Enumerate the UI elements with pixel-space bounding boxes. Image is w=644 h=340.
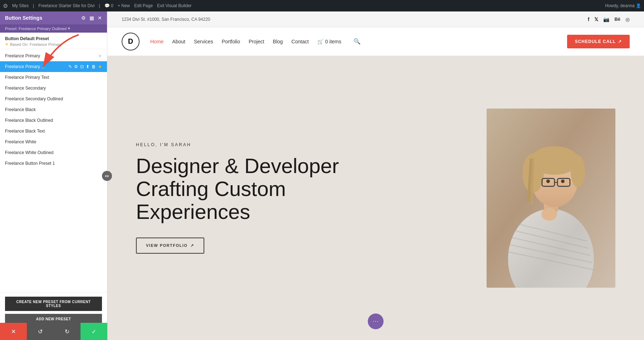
hero-section: HELLO, I'M SARAH Designer & Developer Cr… (107, 56, 644, 340)
drag-handle[interactable]: ⇔ (102, 171, 112, 181)
twitter-x-icon[interactable]: 𝕏 (594, 16, 598, 22)
panel-body: Button Default Preset ★ Based On: Freela… (0, 33, 107, 292)
nav-item-portfolio[interactable]: Portfolio (222, 39, 240, 44)
site-topbar: 1234 Divi St. #1000, San Francisco, CA 9… (107, 11, 644, 27)
panel-header: Button Settings ⚙ ▦ ✕ (0, 11, 107, 24)
preset-item[interactable]: Freelance Primary Text (0, 72, 107, 83)
hero-text: HELLO, I'M SARAH Designer & Developer Cr… (136, 142, 351, 253)
behance-icon[interactable]: Bē (614, 16, 620, 22)
schedule-call-button[interactable]: SCHEDULE CALL ↗ (567, 35, 630, 48)
site-logo: D (122, 33, 140, 51)
panel-settings-icon[interactable]: ⚙ (81, 15, 86, 21)
preset-list: Freelance Primary ★ Freelance Primary ..… (0, 49, 107, 170)
my-sites-link[interactable]: My Sites (12, 3, 29, 8)
comments-icon[interactable]: 💬 0 (104, 3, 113, 8)
preset-item-name: Freelance Primary ... (5, 64, 68, 69)
howdy-text: Howdy, deanna 👤 (605, 3, 641, 8)
preset-item[interactable]: Freelance Black (0, 104, 107, 115)
floating-dots-button[interactable]: ··· (368, 313, 384, 329)
schedule-call-label: SCHEDULE CALL (575, 39, 616, 44)
site-navbar: D Home About Services Portfolio Project … (107, 27, 644, 56)
preset-item-name: Freelance White Outlined (5, 150, 102, 155)
star-filled-icon[interactable]: ★ (98, 64, 102, 69)
new-link[interactable]: + New (118, 3, 130, 8)
preset-item[interactable]: Freelance Button Preset 1 (0, 158, 107, 169)
preset-item-name: Freelance Secondary (5, 86, 102, 91)
save-button[interactable]: ✓ (80, 323, 107, 340)
preset-label-text: Preset: Freelance Primary Outlined (5, 27, 67, 31)
preset-star-icon[interactable]: ★ (98, 53, 102, 58)
preset-item[interactable]: Freelance Secondary Outlined (0, 94, 107, 104)
panel-grid-icon[interactable]: ▦ (89, 15, 94, 21)
default-preset-sub: ★ Based On: Freelance Primary (5, 42, 102, 47)
preset-item-name: Freelance Black (5, 107, 102, 112)
nav-cart[interactable]: 🛒 0 items (317, 39, 341, 44)
bottom-toolbar: ✕ ↺ ↻ ✓ (0, 323, 107, 340)
preset-item-name: Freelance Black Text (5, 129, 102, 134)
copy-icon[interactable]: ⊡ (80, 64, 84, 69)
person-svg (487, 109, 615, 288)
star-icon: ★ (5, 42, 9, 47)
delete-icon[interactable]: 🗑 (92, 64, 96, 69)
preset-item[interactable]: Freelance Black Text (0, 126, 107, 137)
cancel-button[interactable]: ✕ (0, 323, 27, 340)
nav-item-home[interactable]: Home (150, 39, 164, 44)
nav-item-services[interactable]: Services (194, 39, 213, 44)
admin-bar: ⚙ My Sites | Freelance Starter Site for … (0, 0, 644, 11)
admin-bar-sep2: | (99, 3, 100, 8)
dribbble-icon[interactable]: ◎ (625, 16, 630, 22)
schedule-call-arrow-icon: ↗ (618, 39, 622, 44)
default-preset-section: Button Default Preset ★ Based On: Freela… (0, 33, 107, 49)
view-portfolio-button[interactable]: VIEW PORTFOLIO ↗ (136, 238, 204, 254)
admin-bar-sep: | (33, 3, 34, 8)
person-photo (487, 109, 615, 288)
preset-item-name: Freelance Button Preset 1 (5, 161, 102, 166)
instagram-icon[interactable]: 📷 (603, 16, 609, 22)
facebook-icon[interactable]: f (588, 16, 590, 22)
cart-count: 0 items (325, 39, 341, 44)
svg-point-17 (541, 208, 557, 221)
nav-item-blog[interactable]: Blog (273, 39, 283, 44)
svg-point-13 (571, 155, 585, 187)
preset-dropdown-icon[interactable]: ▾ (68, 26, 70, 31)
svg-point-18 (546, 179, 550, 183)
site-address: 1234 Divi St. #1000, San Francisco, CA 9… (122, 17, 210, 22)
preset-item[interactable]: Freelance White (0, 137, 107, 147)
hero-title: Designer & Developer Crafting Custom Exp… (136, 154, 351, 223)
hero-subtitle: HELLO, I'M SARAH (136, 142, 351, 147)
nav-item-contact[interactable]: Contact (292, 39, 309, 44)
preset-item[interactable]: Freelance Primary ★ (0, 51, 107, 61)
redo-button[interactable]: ↻ (54, 323, 80, 340)
preset-item[interactable]: Freelance Black Outlined (0, 115, 107, 126)
site-socials: f 𝕏 📷 Bē ◎ (588, 16, 630, 22)
nav-item-project[interactable]: Project (249, 39, 264, 44)
wp-logo-icon[interactable]: ⚙ (3, 3, 8, 9)
search-icon[interactable]: 🔍 (353, 38, 361, 45)
panel-title: Button Settings (5, 15, 42, 21)
panel-close-icon[interactable]: ✕ (98, 15, 102, 21)
export-icon[interactable]: ⬆ (86, 64, 89, 69)
edit-icon[interactable]: ✎ (68, 64, 72, 69)
right-content: 1234 Divi St. #1000, San Francisco, CA 9… (107, 11, 644, 340)
preset-item[interactable]: Freelance Secondary (0, 83, 107, 94)
panel-header-icons: ⚙ ▦ ✕ (81, 15, 102, 21)
site-nav: Home About Services Portfolio Project Bl… (150, 38, 567, 45)
default-preset-label: Button Default Preset (5, 36, 102, 41)
create-preset-button[interactable]: CREATE NEW PRESET FROM CURRENT STYLES (5, 297, 102, 311)
edit-page-link[interactable]: Edit Page (134, 3, 153, 8)
preset-item-name: Freelance Primary (5, 53, 98, 58)
left-panel: Button Settings ⚙ ▦ ✕ Preset: Freelance … (0, 11, 107, 340)
preset-item-name: Freelance Black Outlined (5, 118, 102, 123)
svg-point-19 (561, 179, 565, 183)
undo-button[interactable]: ↺ (27, 323, 54, 340)
preset-item-name: Freelance Primary Text (5, 75, 102, 80)
dots-icon: ··· (373, 318, 379, 325)
view-portfolio-label: VIEW PORTFOLIO (146, 243, 187, 248)
settings-icon[interactable]: ⚙ (74, 64, 78, 69)
exit-builder-link[interactable]: Exit Visual Builder (157, 3, 192, 8)
preset-item-active[interactable]: Freelance Primary ... ✎ ⚙ ⊡ ⬆ 🗑 ★ (0, 61, 107, 72)
preset-item[interactable]: Freelance White Outlined (0, 147, 107, 158)
nav-item-about[interactable]: About (172, 39, 185, 44)
panel-preset-subtitle[interactable]: Preset: Freelance Primary Outlined ▾ (0, 24, 107, 33)
starter-site-link[interactable]: Freelance Starter Site for Divi (38, 3, 94, 8)
